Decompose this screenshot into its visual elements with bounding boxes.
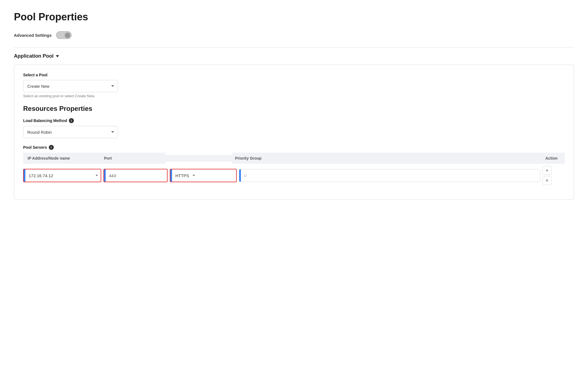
pool-servers-table-header: IP Address/Node name Port Priority Group…	[23, 153, 565, 164]
select-pool-hint: Select an existing pool or select Create…	[23, 94, 565, 98]
priority-input[interactable]	[241, 169, 540, 182]
remove-server-button[interactable]: ×	[543, 176, 551, 185]
protocol-dropdown[interactable]: HTTPS HTTP TCP	[172, 169, 198, 182]
select-pool-group: Select a Pool Create New Pool 1 Pool 2 S…	[23, 73, 565, 98]
pool-servers-info-icon[interactable]: i	[49, 145, 54, 150]
application-pool-title: Application Pool	[14, 53, 54, 59]
priority-cell	[239, 169, 540, 182]
col-header-port: Port	[101, 153, 165, 164]
load-balancing-dropdown[interactable]: Round Robin Least Connections IP Hash	[23, 126, 118, 138]
col-header-empty	[165, 155, 232, 162]
select-pool-dropdown[interactable]: Create New Pool 1 Pool 2	[23, 80, 118, 92]
select-pool-label: Select a Pool	[23, 73, 565, 77]
table-row: 172.16.74.12 HTTPS HTTP TCP	[23, 166, 565, 185]
advanced-settings-toggle[interactable]	[56, 31, 72, 39]
ip-cell: 172.16.74.12	[23, 169, 101, 182]
col-header-ip: IP Address/Node name	[23, 153, 101, 164]
pool-servers-group: Pool Servers i IP Address/Node name Port…	[23, 145, 565, 185]
protocol-cell: HTTPS HTTP TCP	[170, 169, 237, 182]
add-server-button[interactable]: +	[543, 166, 551, 175]
section-divider	[14, 47, 574, 48]
page-title: Pool Properties	[14, 11, 574, 23]
pool-servers-label: Pool Servers i	[23, 145, 565, 150]
load-balancing-group: Load Balancing Method i Round Robin Leas…	[23, 118, 565, 138]
advanced-settings-label: Advanced Settings	[14, 33, 52, 38]
ip-select-wrapper: 172.16.74.12	[25, 169, 101, 182]
protocol-select-wrapper: HTTPS HTTP TCP	[172, 169, 198, 182]
port-cell	[103, 169, 168, 182]
load-balancing-wrapper: Round Robin Least Connections IP Hash	[23, 126, 118, 138]
port-input[interactable]	[106, 169, 131, 182]
col-header-action: Action	[543, 153, 565, 164]
application-pool-chevron-icon	[56, 55, 59, 57]
select-pool-wrapper: Create New Pool 1 Pool 2	[23, 80, 118, 92]
application-pool-section-header[interactable]: Application Pool	[14, 53, 574, 59]
load-balancing-info-icon[interactable]: i	[69, 118, 74, 123]
action-buttons: + ×	[543, 166, 565, 185]
ip-address-dropdown[interactable]: 172.16.74.12	[25, 169, 101, 182]
col-header-priority: Priority Group	[232, 153, 543, 164]
load-balancing-label: Load Balancing Method i	[23, 118, 565, 123]
resources-properties-title: Resources Properties	[23, 105, 565, 113]
application-pool-card: Select a Pool Create New Pool 1 Pool 2 S…	[14, 65, 574, 200]
